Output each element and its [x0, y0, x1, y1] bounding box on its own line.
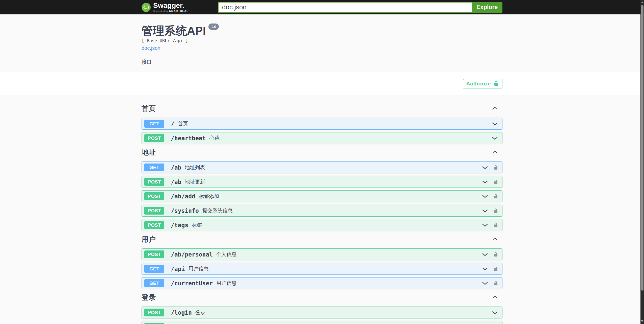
tag-name: 首页: [142, 105, 156, 112]
operation-list: GET /ab 地址列表 POST /ab 地址更新 POST /ab/add …: [142, 161, 502, 231]
endpoint-row[interactable]: GET / 首页: [142, 118, 502, 130]
api-info: 管理系统API 1.0 [ Base URL: /api ] doc.json …: [0, 14, 644, 72]
endpoint-summary: 提交系统信息: [202, 207, 233, 214]
tag-name: 用户: [142, 236, 156, 243]
endpoint-path: /ab/personal: [171, 251, 213, 258]
vertical-scrollbar[interactable]: [640, 0, 644, 324]
version-badge: 1.0: [208, 24, 219, 30]
tag-section-header[interactable]: 用户: [142, 236, 502, 246]
endpoint-row[interactable]: POST /ab/personal 个人信息: [142, 248, 502, 260]
chevron-up-icon[interactable]: [492, 295, 498, 300]
chevron-down-icon[interactable]: [482, 209, 488, 213]
endpoint-summary: 标签: [192, 222, 202, 228]
endpoint-path: /api: [171, 266, 185, 272]
chevron-down-icon[interactable]: [482, 267, 488, 271]
method-badge: GET: [144, 279, 164, 287]
endpoint-summary: 用户信息: [188, 265, 208, 272]
endpoint-row[interactable]: GET /ab 地址列表: [142, 161, 502, 173]
endpoint-path: /: [171, 121, 174, 127]
scroll-down-arrow-icon[interactable]: [641, 320, 643, 322]
endpoint-row[interactable]: POST /loginCheck 登录状态: [142, 321, 502, 324]
operation-list: POST /ab/personal 个人信息 GET /api 用户信息 GET…: [142, 248, 502, 289]
tag-section: 首页 GET / 首页 POST /heartbeat 心跳: [142, 105, 502, 144]
endpoint-row[interactable]: POST /tags 标签: [142, 219, 502, 231]
endpoint-path: /ab: [171, 164, 181, 171]
tag-section-header[interactable]: 首页: [142, 105, 502, 115]
scrollbar-thumb[interactable]: [641, 5, 643, 291]
unlock-icon[interactable]: [493, 251, 498, 257]
chevron-down-icon[interactable]: [492, 310, 498, 315]
supported-by-line: Supported bySMARTBEAR: [153, 10, 189, 12]
page-title: 管理系统API: [142, 25, 206, 37]
endpoint-row[interactable]: GET /api 用户信息: [142, 263, 502, 275]
explore-form: Explore: [218, 2, 502, 13]
unlock-icon[interactable]: [493, 208, 498, 214]
swagger-braces-icon: {…}: [142, 3, 151, 12]
chevron-down-icon[interactable]: [482, 223, 488, 227]
endpoint-path: /login: [171, 309, 192, 316]
chevron-down-icon[interactable]: [482, 194, 488, 199]
spec-url-input[interactable]: [218, 2, 472, 13]
unlock-icon[interactable]: [493, 222, 498, 228]
operation-list: GET / 首页 POST /heartbeat 心跳: [142, 118, 502, 144]
tag-section-header[interactable]: 地址: [142, 149, 502, 159]
scroll-up-arrow-icon[interactable]: [641, 2, 643, 3]
endpoint-row[interactable]: POST /ab/add 标签添加: [142, 190, 502, 202]
chevron-down-icon[interactable]: [482, 281, 488, 286]
chevron-down-icon[interactable]: [492, 122, 498, 126]
chevron-up-icon[interactable]: [492, 106, 498, 111]
endpoint-summary: 地址列表: [185, 164, 205, 171]
endpoint-summary: 个人信息: [216, 251, 236, 258]
authorize-button[interactable]: Authorize: [463, 79, 502, 88]
chevron-up-icon[interactable]: [492, 150, 498, 155]
method-badge: GET: [144, 164, 164, 171]
tag-section: 用户 POST /ab/personal 个人信息 GET /api 用户信息: [142, 236, 502, 289]
endpoint-row[interactable]: GET /currentUser 用户信息: [142, 277, 502, 289]
unlock-icon[interactable]: [493, 280, 498, 286]
endpoint-row[interactable]: POST /sysinfo 提交系统信息: [142, 205, 502, 217]
method-badge: POST: [144, 207, 164, 215]
chevron-down-icon[interactable]: [492, 136, 498, 141]
swagger-logo[interactable]: {…} Swagger. Supported bySMARTBEAR: [142, 2, 189, 12]
endpoint-row[interactable]: POST /heartbeat 心跳: [142, 132, 502, 144]
chevron-down-icon[interactable]: [482, 180, 488, 184]
endpoint-summary: 登录: [195, 309, 205, 316]
api-sections: 首页 GET / 首页 POST /heartbeat 心跳 地址: [142, 95, 502, 324]
unlock-icon[interactable]: [493, 179, 498, 185]
tag-section-header[interactable]: 登录: [142, 294, 502, 304]
endpoint-summary: 用户信息: [216, 280, 236, 287]
brand-name: Swagger.: [153, 2, 189, 9]
unlock-icon: [494, 81, 499, 86]
tag-name: 登录: [142, 294, 156, 301]
smartbear-wordmark: SMARTBEAR: [169, 10, 189, 12]
chevron-up-icon[interactable]: [492, 237, 498, 242]
method-badge: POST: [144, 309, 164, 316]
tag-section: 登录 POST /login 登录 POST /loginCheck 登录状态: [142, 294, 502, 324]
unlock-icon[interactable]: [493, 266, 498, 272]
endpoint-path: /sysinfo: [171, 207, 199, 214]
endpoint-path: /ab: [171, 179, 181, 185]
endpoint-summary: 标签添加: [199, 193, 219, 200]
unlock-icon[interactable]: [493, 193, 498, 199]
method-badge: GET: [144, 120, 164, 128]
endpoint-path: /ab/add: [171, 193, 195, 200]
topbar: {…} Swagger. Supported bySMARTBEAR Explo…: [0, 0, 644, 14]
spec-doc-link[interactable]: doc.json: [142, 45, 160, 51]
method-badge: POST: [144, 178, 164, 186]
method-badge: POST: [144, 250, 164, 258]
chevron-down-icon[interactable]: [482, 165, 488, 170]
endpoint-row[interactable]: POST /login 登录: [142, 307, 502, 318]
method-badge: GET: [144, 265, 164, 273]
method-badge: POST: [144, 221, 164, 229]
explore-button[interactable]: Explore: [472, 2, 502, 13]
endpoint-summary: 首页: [178, 120, 188, 127]
endpoint-path: /heartbeat: [171, 135, 206, 142]
authorize-label: Authorize: [466, 81, 491, 87]
endpoint-row[interactable]: POST /ab 地址更新: [142, 176, 502, 188]
chevron-down-icon[interactable]: [482, 252, 488, 257]
method-badge: POST: [144, 134, 164, 142]
endpoint-summary: 地址更新: [185, 178, 205, 185]
endpoint-path: /currentUser: [171, 280, 213, 287]
scheme-container: Authorize: [0, 72, 644, 95]
unlock-icon[interactable]: [493, 165, 498, 170]
